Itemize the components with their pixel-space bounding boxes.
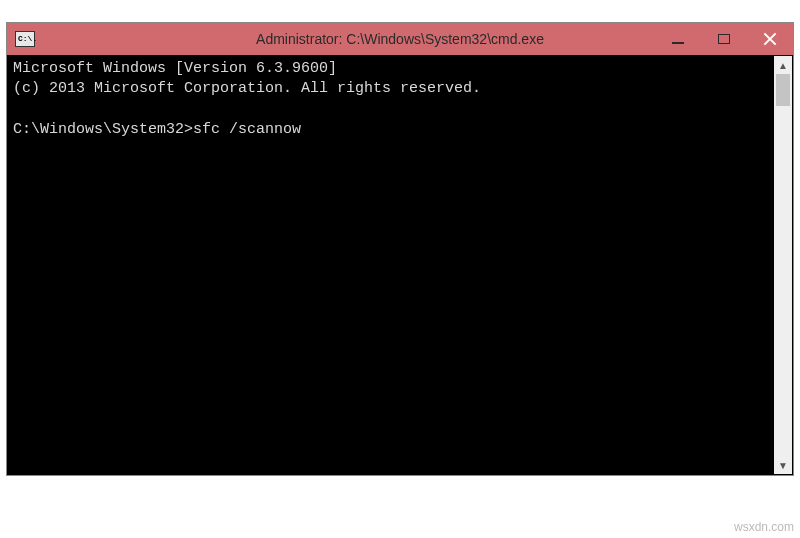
prompt: C:\Windows\System32> bbox=[13, 121, 193, 138]
watermark-text: wsxdn.com bbox=[734, 520, 794, 534]
titlebar[interactable]: C:\. Administrator: C:\Windows\System32\… bbox=[7, 23, 793, 55]
maximize-button[interactable] bbox=[701, 23, 747, 55]
vertical-scrollbar[interactable]: ▲ ▼ bbox=[774, 56, 792, 474]
terminal-output[interactable]: Microsoft Windows [Version 6.3.9600] (c)… bbox=[7, 55, 793, 475]
copyright-line: (c) 2013 Microsoft Corporation. All righ… bbox=[13, 80, 481, 97]
window-controls bbox=[655, 23, 793, 55]
cmd-icon: C:\. bbox=[15, 31, 35, 47]
close-button[interactable] bbox=[747, 23, 793, 55]
typed-command: sfc /scannow bbox=[193, 121, 301, 138]
scroll-track[interactable] bbox=[774, 74, 792, 456]
version-line: Microsoft Windows [Version 6.3.9600] bbox=[13, 60, 337, 77]
scroll-thumb[interactable] bbox=[776, 74, 790, 106]
cmd-window: C:\. Administrator: C:\Windows\System32\… bbox=[6, 22, 794, 476]
scroll-up-button[interactable]: ▲ bbox=[774, 56, 792, 74]
scroll-down-button[interactable]: ▼ bbox=[774, 456, 792, 474]
close-icon bbox=[763, 32, 777, 46]
maximize-icon bbox=[718, 34, 730, 44]
minimize-button[interactable] bbox=[655, 23, 701, 55]
minimize-icon bbox=[672, 42, 684, 44]
